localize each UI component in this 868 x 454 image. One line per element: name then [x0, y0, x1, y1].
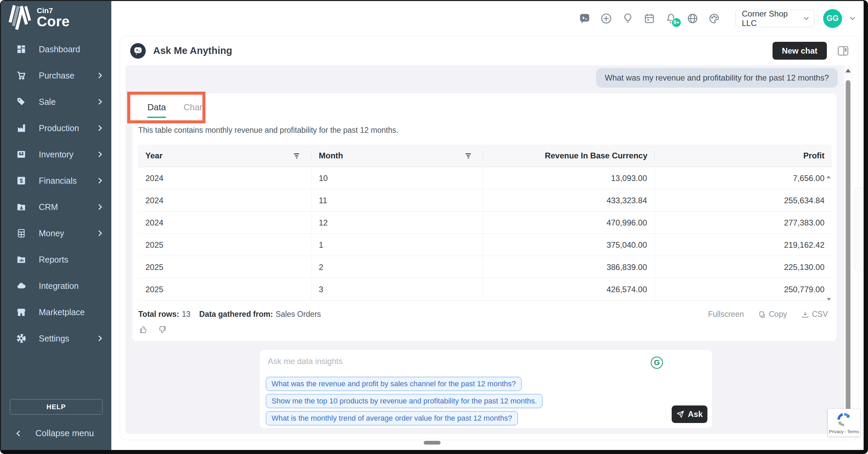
column-header-label: Revenue In Base Currency	[545, 151, 647, 160]
column-header-profit: Profit	[655, 145, 832, 167]
sidebar-item-money[interactable]: Money	[1, 220, 111, 246]
column-header-label: Year	[145, 151, 163, 160]
cell-month: 11	[311, 189, 483, 211]
feedback-buttons	[138, 324, 168, 335]
total-rows-value: 13	[182, 310, 191, 319]
sidebar-item-financials[interactable]: $ Financials	[1, 168, 111, 194]
table-header-row: Year Month Revenue In Base Currency	[138, 145, 832, 167]
cell-year: 2025	[138, 256, 311, 278]
fullscreen-button[interactable]: Fullscreen	[708, 310, 744, 319]
theme-palette-icon[interactable]	[708, 12, 721, 25]
lightbulb-icon[interactable]	[621, 12, 634, 25]
copy-button[interactable]: Copy	[758, 310, 787, 319]
chat-scrollbar-thumb[interactable]	[846, 80, 850, 421]
ask-button[interactable]: Ask	[672, 405, 707, 423]
cell-year: 2025	[138, 234, 311, 256]
app-window: Cin7 Core Dashboard Purchase	[0, 0, 868, 454]
cell-year: 2024	[138, 167, 311, 189]
storefront-icon	[15, 307, 27, 317]
annotation-highlight-box	[127, 92, 205, 123]
table-row: 2024 10 13,093.00 7,656.00	[138, 167, 832, 189]
calculator-icon	[15, 228, 27, 238]
sidebar-item-marketplace[interactable]: Marketplace	[1, 299, 111, 325]
collapse-menu-label: Collapse menu	[35, 428, 94, 438]
cin7-logo-icon	[8, 5, 32, 33]
dollar-icon: $	[15, 176, 27, 186]
sidebar-item-crm[interactable]: CRM	[1, 194, 111, 220]
suggestion-chip[interactable]: Show me the top 10 products by revenue a…	[266, 394, 542, 408]
sidebar-item-label: Integration	[39, 281, 101, 291]
sidebar-item-sale[interactable]: Sale	[1, 89, 111, 115]
horizontal-scrollbar-thumb[interactable]	[424, 441, 441, 445]
collapse-menu-button[interactable]: Collapse menu	[1, 428, 111, 450]
download-icon	[801, 310, 809, 319]
avatar[interactable]: GG	[823, 9, 842, 28]
side-drawer-handle[interactable]	[854, 187, 866, 271]
chat-area: What was my revenue and profitability fo…	[125, 65, 852, 434]
table-row: 2025 2 386,839.00 225,130.00	[138, 256, 832, 278]
company-selector[interactable]: Corner Shop LLC	[735, 10, 814, 27]
cell-revenue: 13,093.00	[483, 167, 655, 189]
company-name: Corner Shop LLC	[742, 9, 805, 28]
column-header-label: Month	[319, 151, 343, 160]
chat-scrollbar[interactable]	[844, 65, 852, 434]
sidebar-item-integration[interactable]: Integration	[1, 273, 111, 299]
recaptcha-badge: Privacy - Terms	[828, 409, 860, 436]
thumbs-down-icon[interactable]	[157, 324, 168, 335]
calendar-icon[interactable]	[643, 12, 656, 25]
side-panel-toggle-icon[interactable]	[836, 44, 850, 58]
chevron-right-icon	[96, 336, 102, 341]
new-chat-button[interactable]: New chat	[773, 42, 827, 60]
table-row: 2024 12 470,996.00 277,383.00	[138, 212, 832, 234]
sidebar-item-label: Marketplace	[39, 307, 101, 317]
add-circle-icon[interactable]	[600, 12, 613, 25]
logo-text-core: Core	[37, 14, 70, 29]
sidebar-item-production[interactable]: Production	[1, 115, 111, 141]
filter-icon[interactable]	[466, 153, 471, 158]
suggestion-chip[interactable]: What is the monthly trend of average ord…	[266, 411, 518, 425]
chevron-left-icon	[17, 430, 22, 436]
copy-icon	[758, 310, 766, 319]
ai-chat-icon[interactable]	[578, 12, 591, 25]
ask-me-anything-icon	[130, 43, 146, 59]
sidebar-item-inventory[interactable]: Inventory	[1, 141, 111, 168]
cloud-icon	[15, 281, 27, 291]
filter-icon[interactable]	[294, 153, 299, 158]
globe-icon[interactable]	[686, 12, 699, 25]
grammarly-icon: G	[651, 357, 663, 369]
sidebar-item-label: Settings	[39, 334, 97, 343]
cell-profit: 225,130.00	[655, 256, 832, 278]
notifications-bell-icon[interactable]: 9+	[665, 12, 677, 25]
sidebar: Cin7 Core Dashboard Purchase	[1, 1, 111, 450]
account-chevron-down-icon[interactable]	[850, 15, 855, 20]
help-button[interactable]: HELP	[10, 399, 103, 415]
thumbs-up-icon[interactable]	[138, 324, 149, 335]
total-rows-label: Total rows:	[138, 310, 179, 319]
cell-profit: 250,779.00	[655, 278, 832, 300]
chevron-right-icon	[96, 125, 102, 131]
panel-header: Ask Me Anything New chat	[120, 36, 858, 65]
sidebar-item-purchase[interactable]: Purchase	[1, 62, 111, 89]
table-row: 2025 3 426,574.00 250,779.00	[138, 278, 832, 301]
ask-me-anything-panel: Ask Me Anything New chat What was my rev…	[120, 36, 858, 440]
cell-month: 1	[311, 234, 483, 256]
table-scrollbar[interactable]	[827, 170, 831, 301]
user-message-bubble: What was my revenue and profitability fo…	[596, 68, 838, 88]
sidebar-item-reports[interactable]: Reports	[1, 246, 111, 273]
cell-profit: 219,162.42	[655, 234, 832, 256]
notification-badge: 9+	[671, 18, 681, 28]
suggestion-chip[interactable]: What was the revenue and profit by sales…	[266, 377, 522, 391]
chat-input[interactable]	[268, 357, 639, 366]
cell-profit: 277,383.00	[655, 212, 832, 234]
recaptcha-label[interactable]: Privacy - Terms	[829, 429, 859, 434]
gear-icon	[15, 333, 27, 343]
sidebar-item-label: Financials	[39, 176, 97, 186]
svg-text:$: $	[20, 178, 23, 184]
scroll-up-arrow[interactable]	[845, 69, 851, 72]
sidebar-item-dashboard[interactable]: Dashboard	[1, 36, 111, 62]
sidebar-item-settings[interactable]: Settings	[1, 325, 111, 352]
csv-download-button[interactable]: CSV	[801, 310, 828, 319]
chevron-down-icon	[804, 15, 809, 20]
sidebar-item-label: Sale	[39, 97, 97, 107]
cell-revenue: 433,323.84	[483, 189, 655, 211]
